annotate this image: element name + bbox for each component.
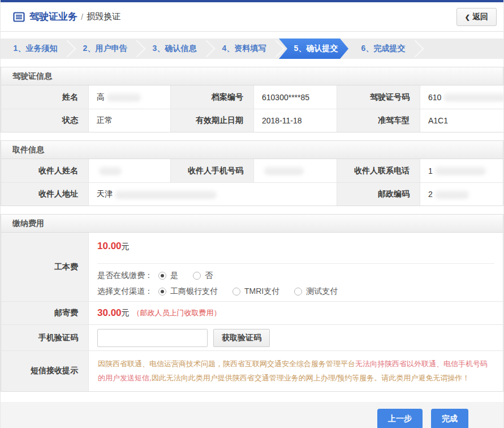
divider (97, 263, 494, 264)
sms-notice-content: 因陕西省联通、电信运营商技术问题，陕西省互联网交通安全综合服务管理平台无法向持陕… (88, 350, 503, 391)
label-recipient-address: 收件人地址 (1, 182, 88, 206)
step-bar-filler (418, 38, 503, 59)
label-recipient-phone: 收件人联系电话 (337, 159, 420, 182)
radio-channel-icbc[interactable] (158, 288, 166, 296)
value-recipient-name (88, 159, 170, 182)
step-1-notice: 1、业务须知 (1, 38, 70, 59)
label-production-fee: 工本费 (1, 233, 88, 301)
label-name: 姓名 (1, 85, 88, 109)
radio-channel-test-label: 测试支付 (306, 286, 338, 297)
back-button-label: 返回 (472, 12, 488, 21)
label-status: 状态 (1, 109, 88, 132)
radio-channel-icbc-label: 工商银行支付 (170, 286, 218, 297)
payment-channel-question: 选择支付渠道： (97, 286, 153, 297)
section-title-pickup: 取件信息 (1, 141, 503, 159)
online-payment-question: 是否在线缴费： (97, 271, 153, 281)
section-title-license: 驾驶证信息 (1, 67, 503, 85)
back-chevron-icon: ❮ (465, 14, 470, 20)
value-valid-until: 2018-11-18 (253, 109, 337, 132)
postage-fee-amount: 30.00 (97, 307, 122, 319)
redacted-value (443, 93, 504, 101)
value-license-number: 610 (420, 85, 504, 109)
label-recipient-name: 收件人姓名 (1, 159, 88, 182)
license-list-icon (13, 12, 25, 22)
step-5-confirm-submit-active: 5、确认提交 (279, 38, 348, 59)
step-4-fill-data: 4、资料填写 (209, 38, 279, 59)
step-6-complete: 6、完成提交 (348, 38, 418, 59)
breadcrumb-section[interactable]: 驾驶证业务 (29, 10, 77, 23)
sms-notice-text-3: 因此无法向此类用户提供陕西省交通管理业务的网上办理/预约等服务。请此类用户避免无… (152, 374, 470, 382)
value-recipient-address: 天津 (88, 182, 337, 206)
radio-online-yes-label: 是 (170, 271, 178, 281)
radio-channel-tmri[interactable] (232, 288, 240, 296)
value-recipient-phone: 1 (420, 159, 503, 182)
section-license-info: 驾驶证信息 姓名 高 档案编号 610300****85 驾驶证号码 610 状… (1, 67, 503, 132)
radio-channel-test[interactable] (294, 288, 302, 296)
label-valid-until: 有效期止日期 (170, 109, 253, 132)
label-postal-code: 邮政编码 (337, 182, 420, 206)
redacted-value (435, 190, 469, 199)
radio-online-yes[interactable] (158, 272, 166, 280)
section-pickup-info: 取件信息 收件人姓名 收件人手机号码 收件人联系电话 1 收件人地址 天津 邮政… (1, 140, 503, 206)
postage-fee-unit: 元 (122, 308, 130, 318)
label-vehicle-class: 准驾车型 (337, 109, 420, 132)
sms-notice-text-1: 因陕西省联通、电信运营商技术问题，陕西省互联网交通安全综合服务管理平台 (98, 359, 355, 368)
postage-fee-content: 30.00元 （邮政人员上门收取费用） (88, 301, 503, 324)
postage-fee-note: （邮政人员上门收取费用） (133, 308, 221, 318)
breadcrumb-separator: / (81, 12, 83, 22)
label-verification-code: 手机验证码 (1, 324, 88, 350)
redacted-value (107, 93, 141, 101)
section-title-fees: 缴纳费用 (1, 215, 503, 233)
label-sms-notice: 短信接收提示 (1, 350, 88, 391)
redacted-value (264, 166, 304, 175)
value-file-number: 610300****85 (253, 85, 337, 109)
radio-channel-tmri-label: TMRI支付 (244, 286, 279, 297)
production-fee-unit: 元 (122, 242, 130, 251)
radio-online-no[interactable] (193, 272, 201, 280)
label-license-number: 驾驶证号码 (337, 85, 420, 109)
page: 驾驶证业务 / 损毁换证 ❮返回 1、业务须知 2、用户申告 3、确认信息 4、… (0, 0, 504, 428)
value-status: 正常 (88, 109, 170, 132)
label-recipient-mobile: 收件人手机号码 (170, 159, 253, 182)
redacted-value (99, 166, 122, 175)
get-verification-code-button[interactable]: 获取验证码 (213, 329, 270, 347)
back-button[interactable]: ❮返回 (456, 8, 497, 26)
footer-action-bar: 上一步 完成 (1, 402, 503, 428)
previous-step-button[interactable]: 上一步 (377, 409, 423, 428)
label-postage-fee: 邮寄费 (1, 301, 88, 324)
production-fee-content: 10.00元 是否在线缴费： 是 否 选择支付渠道： 工商银行支付 TMRI支付… (88, 233, 503, 301)
header: 驾驶证业务 / 损毁换证 ❮返回 (1, 2, 503, 32)
value-name: 高 (88, 85, 170, 109)
label-file-number: 档案编号 (170, 85, 253, 109)
redacted-value (435, 166, 486, 175)
step-3-confirm-info: 3、确认信息 (140, 38, 209, 59)
finish-button[interactable]: 完成 (431, 409, 468, 428)
value-postal-code: 2 (420, 182, 503, 206)
step-wizard: 1、业务须知 2、用户申告 3、确认信息 4、资料填写 5、确认提交 6、完成提… (1, 38, 503, 59)
redacted-value (115, 190, 217, 199)
radio-online-no-label: 否 (205, 271, 213, 281)
value-recipient-mobile (253, 159, 337, 182)
verification-content: 获取验证码 (88, 324, 503, 350)
production-fee-amount: 10.00 (97, 241, 122, 251)
section-fees: 缴纳费用 工本费 10.00元 是否在线缴费： 是 否 选择支付渠道： 工商银行… (1, 214, 503, 392)
verification-code-input[interactable] (97, 329, 208, 347)
breadcrumb-current: 损毁换证 (87, 11, 120, 22)
step-2-declaration: 2、用户申告 (70, 38, 140, 59)
value-vehicle-class: A1C1 (420, 109, 504, 132)
